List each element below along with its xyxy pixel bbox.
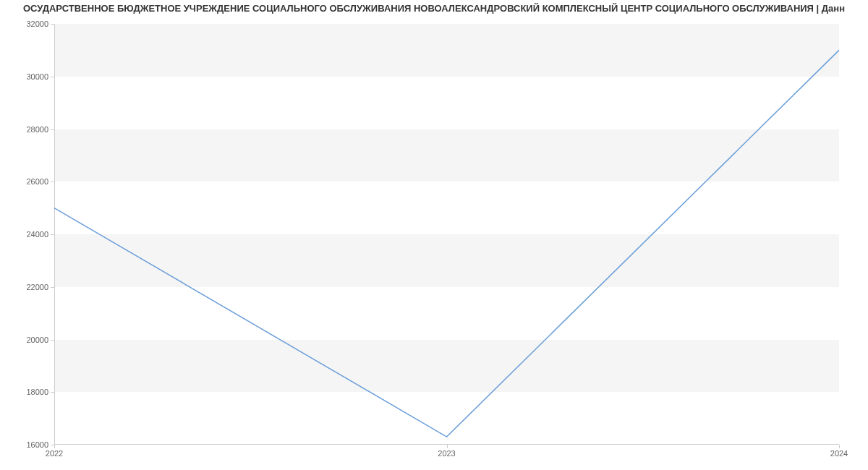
y-tick-mark [51,287,54,288]
y-tick-label: 22000 [26,283,48,291]
y-tick-mark [51,234,54,235]
y-tick-mark [51,24,54,25]
y-tick-label: 16000 [26,440,48,449]
y-tick-label: 30000 [26,72,48,81]
chart-title: ОСУДАРСТВЕННОЕ БЮДЖЕТНОЕ УЧРЕЖДЕНИЕ СОЦИ… [0,3,868,14]
plot-area: 1600018000200002200024000260002800030000… [54,24,839,445]
x-tick-mark [54,445,55,448]
data-series-line [54,50,839,437]
x-tick-label: 2023 [438,449,455,458]
y-tick-mark [51,340,54,341]
x-tick-mark [839,445,840,448]
y-tick-label: 20000 [26,336,48,344]
chart-container: ОСУДАРСТВЕННОЕ БЮДЖЕТНОЕ УЧРЕЖДЕНИЕ СОЦИ… [0,0,868,470]
y-tick-mark [51,181,54,182]
x-tick-mark [447,445,448,448]
x-tick-label: 2024 [830,449,848,458]
x-tick-label: 2022 [46,449,63,458]
y-tick-mark [51,77,54,77]
y-tick-label: 26000 [26,177,48,186]
line-plot [54,24,839,445]
y-tick-label: 24000 [26,230,48,239]
y-tick-label: 28000 [26,125,48,134]
y-tick-label: 32000 [26,20,48,28]
y-tick-mark [51,392,54,393]
y-tick-label: 18000 [26,388,48,396]
y-tick-mark [51,129,54,130]
